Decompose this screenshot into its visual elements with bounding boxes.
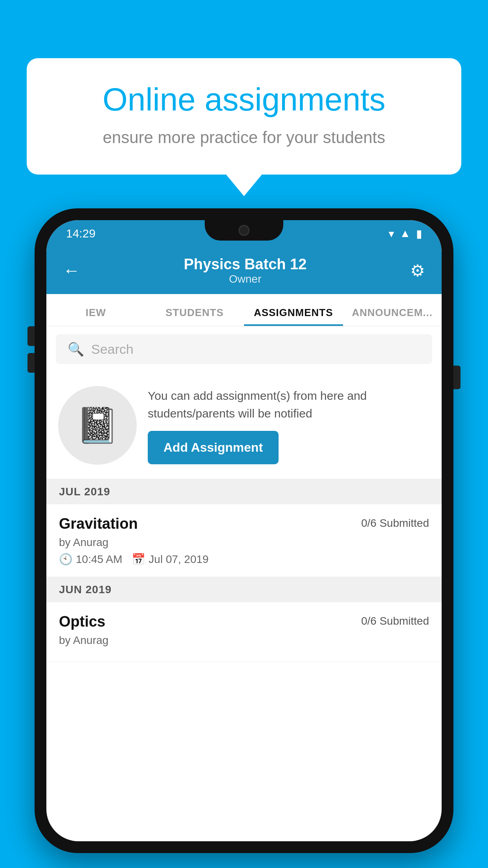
tab-assignments[interactable]: ASSIGNMENTS [244,307,343,326]
search-placeholder-text: Search [91,342,134,357]
tab-students[interactable]: STUDENTS [145,307,244,326]
tab-announcements[interactable]: ANNOUNCEM... [343,307,442,326]
promo-section: 📓 You can add assignment(s) from here an… [46,372,442,479]
app-header: ← Physics Batch 12 Owner ⚙ [46,247,442,294]
assignment-author-gravitation: by Anurag [59,536,429,549]
front-camera [238,225,250,236]
speech-bubble-subtitle: ensure more practice for your students [58,128,430,147]
phone-device: 14:29 ▾ ▲ ▮ ← Physics Batch 12 Owner ⚙ I… [35,208,453,853]
assignment-submitted-optics: 0/6 Submitted [361,615,429,627]
assignment-time-gravitation: 🕙 10:45 AM [59,553,122,566]
signal-icon: ▲ [400,227,411,240]
assignment-top-row-optics: Optics 0/6 Submitted [59,613,429,630]
section-header-jul: JUL 2019 [46,479,442,504]
assignment-submitted-gravitation: 0/6 Submitted [361,517,429,530]
add-assignment-button[interactable]: Add Assignment [148,431,279,464]
assignment-item-gravitation[interactable]: Gravitation 0/6 Submitted by Anurag 🕙 10… [46,504,442,577]
status-time: 14:29 [66,227,95,240]
status-icons: ▾ ▲ ▮ [389,227,422,240]
back-button[interactable]: ← [63,261,80,280]
tabs-row: IEW STUDENTS ASSIGNMENTS ANNOUNCEM... [46,294,442,326]
volume-up-button[interactable] [28,326,35,346]
right-side-buttons [453,366,460,397]
assignment-top-row: Gravitation 0/6 Submitted [59,515,429,532]
clock-icon: 🕙 [59,553,73,566]
phone-outer-shell: 14:29 ▾ ▲ ▮ ← Physics Batch 12 Owner ⚙ I… [35,208,453,853]
assignment-name-optics: Optics [59,613,105,630]
speech-bubble: Online assignments ensure more practice … [27,58,461,175]
assignment-item-optics[interactable]: Optics 0/6 Submitted by Anurag [46,602,442,662]
volume-down-button[interactable] [28,353,35,373]
settings-icon[interactable]: ⚙ [410,261,425,280]
power-button[interactable] [453,366,460,389]
section-header-jun: JUN 2019 [46,577,442,602]
assignment-meta-gravitation: by Anurag 🕙 10:45 AM 📅 Jul 07, 2019 [59,536,429,566]
left-side-buttons [28,326,35,380]
promo-text-area: You can add assignment(s) from here and … [148,387,430,464]
assignment-date-gravitation: 📅 Jul 07, 2019 [132,553,209,566]
assignment-author-optics: by Anurag [59,634,429,647]
phone-screen: 14:29 ▾ ▲ ▮ ← Physics Batch 12 Owner ⚙ I… [46,220,442,841]
tab-iew[interactable]: IEW [46,307,145,326]
promo-icon-circle: 📓 [58,386,137,465]
header-subtitle: Owner [184,273,307,285]
header-center: Physics Batch 12 Owner [184,256,307,285]
speech-bubble-title: Online assignments [58,82,430,117]
search-bar[interactable]: 🔍 Search [56,334,432,364]
phone-notch [205,220,283,241]
search-icon: 🔍 [68,341,84,357]
battery-icon: ▮ [416,227,422,240]
assignment-meta-optics: by Anurag [59,634,429,647]
assignment-time-date-gravitation: 🕙 10:45 AM 📅 Jul 07, 2019 [59,553,429,566]
calendar-icon: 📅 [132,553,145,566]
header-title: Physics Batch 12 [184,256,307,273]
wifi-icon: ▾ [389,227,394,240]
notebook-icon: 📓 [76,405,119,446]
speech-bubble-container: Online assignments ensure more practice … [27,58,461,175]
promo-description: You can add assignment(s) from here and … [148,387,430,422]
assignment-name-gravitation: Gravitation [59,515,138,532]
